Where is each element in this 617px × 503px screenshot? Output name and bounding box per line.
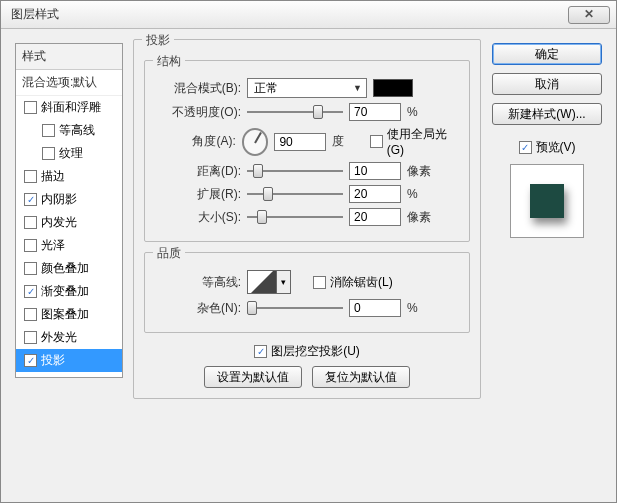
style-label: 描边 (41, 168, 65, 185)
styles-header: 样式 (16, 44, 122, 70)
chevron-down-icon: ▾ (277, 270, 291, 294)
angle-label: 角度(A): (155, 133, 236, 150)
style-checkbox[interactable] (42, 147, 55, 160)
blending-options-row[interactable]: 混合选项:默认 (16, 70, 122, 96)
style-item-11[interactable]: 投影 (16, 349, 122, 372)
quality-group-title: 品质 (153, 245, 185, 262)
antialias-checkbox[interactable]: 消除锯齿(L) (313, 274, 393, 291)
style-label: 投影 (41, 352, 65, 369)
cancel-button[interactable]: 取消 (492, 73, 602, 95)
distance-unit: 像素 (407, 163, 441, 180)
opacity-label: 不透明度(O): (155, 104, 241, 121)
styles-panel: 样式 混合选项:默认 斜面和浮雕等高线纹理描边内阴影内发光光泽颜色叠加渐变叠加图… (15, 43, 123, 378)
structure-group-title: 结构 (153, 53, 185, 70)
style-checkbox[interactable] (24, 101, 37, 114)
style-checkbox[interactable] (42, 124, 55, 137)
size-unit: 像素 (407, 209, 441, 226)
window-title: 图层样式 (11, 6, 59, 23)
size-label: 大小(S): (155, 209, 241, 226)
dialog-buttons: 确定 取消 新建样式(W)... 预览(V) (492, 43, 602, 238)
style-item-10[interactable]: 外发光 (16, 326, 122, 349)
blend-mode-combo[interactable]: 正常 ▼ (247, 78, 367, 98)
style-label: 渐变叠加 (41, 283, 89, 300)
style-label: 等高线 (59, 122, 95, 139)
preview-checkbox[interactable]: 预览(V) (519, 139, 576, 156)
angle-unit: 度 (332, 133, 364, 150)
spread-unit: % (407, 187, 441, 201)
style-checkbox[interactable] (24, 193, 37, 206)
new-style-button[interactable]: 新建样式(W)... (492, 103, 602, 125)
spread-input[interactable] (349, 185, 401, 203)
effect-settings: 投影 结构 混合模式(B): 正常 ▼ 不透明度(O): (133, 39, 481, 419)
opacity-input[interactable] (349, 103, 401, 121)
opacity-slider[interactable] (247, 104, 343, 120)
style-item-2[interactable]: 纹理 (16, 142, 122, 165)
style-item-7[interactable]: 颜色叠加 (16, 257, 122, 280)
distance-slider[interactable] (247, 163, 343, 179)
effect-title: 投影 (142, 32, 174, 49)
style-label: 纹理 (59, 145, 83, 162)
style-item-9[interactable]: 图案叠加 (16, 303, 122, 326)
style-checkbox[interactable] (24, 308, 37, 321)
knockout-checkbox[interactable]: 图层挖空投影(U) (254, 343, 360, 360)
size-input[interactable] (349, 208, 401, 226)
spread-slider[interactable] (247, 186, 343, 202)
angle-dial[interactable] (242, 128, 269, 156)
contour-label: 等高线: (155, 274, 241, 291)
style-checkbox[interactable] (24, 170, 37, 183)
style-item-6[interactable]: 光泽 (16, 234, 122, 257)
make-default-button[interactable]: 设置为默认值 (204, 366, 302, 388)
global-light-checkbox[interactable]: 使用全局光(G) (370, 126, 459, 157)
preview-thumbnail (510, 164, 584, 238)
style-item-5[interactable]: 内发光 (16, 211, 122, 234)
style-label: 外发光 (41, 329, 77, 346)
contour-picker[interactable]: ▾ (247, 270, 291, 294)
size-slider[interactable] (247, 209, 343, 225)
noise-unit: % (407, 301, 441, 315)
spread-label: 扩展(R): (155, 186, 241, 203)
layer-style-dialog: 图层样式 ✕ 样式 混合选项:默认 斜面和浮雕等高线纹理描边内阴影内发光光泽颜色… (0, 0, 617, 503)
style-item-4[interactable]: 内阴影 (16, 188, 122, 211)
noise-input[interactable] (349, 299, 401, 317)
style-label: 内阴影 (41, 191, 77, 208)
noise-slider[interactable] (247, 300, 343, 316)
style-item-3[interactable]: 描边 (16, 165, 122, 188)
style-checkbox[interactable] (24, 262, 37, 275)
ok-button[interactable]: 确定 (492, 43, 602, 65)
close-button[interactable]: ✕ (568, 6, 610, 24)
distance-input[interactable] (349, 162, 401, 180)
opacity-unit: % (407, 105, 441, 119)
style-label: 颜色叠加 (41, 260, 89, 277)
style-checkbox[interactable] (24, 285, 37, 298)
style-item-0[interactable]: 斜面和浮雕 (16, 96, 122, 119)
shadow-color-swatch[interactable] (373, 79, 413, 97)
style-checkbox[interactable] (24, 354, 37, 367)
chevron-down-icon: ▼ (353, 83, 362, 93)
style-label: 内发光 (41, 214, 77, 231)
blend-mode-label: 混合模式(B): (155, 80, 241, 97)
reset-default-button[interactable]: 复位为默认值 (312, 366, 410, 388)
style-label: 图案叠加 (41, 306, 89, 323)
distance-label: 距离(D): (155, 163, 241, 180)
angle-input[interactable] (274, 133, 326, 151)
style-item-1[interactable]: 等高线 (16, 119, 122, 142)
style-label: 光泽 (41, 237, 65, 254)
style-label: 斜面和浮雕 (41, 99, 101, 116)
noise-label: 杂色(N): (155, 300, 241, 317)
style-checkbox[interactable] (24, 216, 37, 229)
style-item-8[interactable]: 渐变叠加 (16, 280, 122, 303)
titlebar: 图层样式 ✕ (1, 1, 616, 29)
style-checkbox[interactable] (24, 239, 37, 252)
style-checkbox[interactable] (24, 331, 37, 344)
